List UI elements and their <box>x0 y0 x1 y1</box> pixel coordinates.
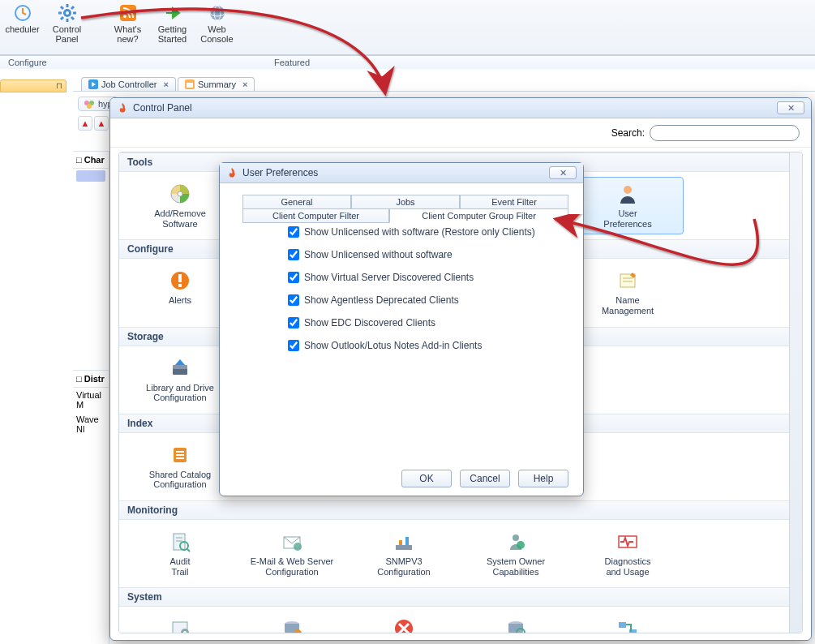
checkbox-input[interactable] <box>288 294 299 306</box>
tool-e-mail-web-server-configuration[interactable]: E-Mail & Web ServerConfiguration <box>236 525 348 582</box>
svg-rect-37 <box>176 454 184 456</box>
ribbon-getting-started[interactable]: GettingStarted <box>150 0 195 54</box>
checkbox-option-1[interactable]: Show Unlicensed without software <box>288 249 575 260</box>
alert-icon <box>168 269 192 292</box>
disc-icon <box>168 182 192 205</box>
checkbox-option-3[interactable]: Show Agentless Deprecated Clients <box>288 294 575 306</box>
tool-label: SNMPV3Configuration <box>377 556 430 577</box>
checkbox-option-0[interactable]: Show Unlicensed with software (Restore o… <box>288 226 575 238</box>
toolbar-pdf2-icon[interactable]: ▲ <box>94 116 109 131</box>
checkbox-label: Show Unlicensed with software (Restore o… <box>304 226 535 238</box>
tool-dr-backup-settings[interactable]: DR BackupSettings <box>236 612 348 633</box>
diag-icon <box>616 530 640 553</box>
tool-label: NameManagement <box>602 295 654 316</box>
left-panel: ⊓ <box>0 70 73 644</box>
checkbox-label: Show EDC Discovered Clients <box>304 317 435 328</box>
mail-icon <box>280 530 304 553</box>
svg-point-49 <box>513 535 519 541</box>
checkbox-option-5[interactable]: Show Outlook/Lotus Notes Add-in Clients <box>288 340 575 351</box>
toolbar-pdf-icon[interactable]: ▲ <box>78 116 92 131</box>
user-icon <box>616 182 640 205</box>
user-preferences-titlebar[interactable]: User Preferences ✕ <box>220 163 583 183</box>
help-button[interactable]: Help <box>518 470 568 487</box>
tab-close-icon[interactable]: × <box>242 79 247 89</box>
rss-icon <box>118 3 138 23</box>
side-collapsed-tab[interactable]: ⊓ <box>0 79 66 92</box>
svg-rect-33 <box>173 368 187 375</box>
tool-audit-trail[interactable]: AuditTrail <box>124 525 236 582</box>
tool-diagnostics-and-usage[interactable]: Diagnosticsand Usage <box>572 525 684 582</box>
globe-icon <box>208 3 227 23</box>
scrollbar[interactable] <box>789 152 802 633</box>
doc-tab-bar: Job Controller× Summary× <box>73 74 815 92</box>
checkbox-label: Show Agentless Deprecated Clients <box>304 294 459 306</box>
note-icon <box>616 269 640 292</box>
checkbox-input[interactable] <box>288 226 299 238</box>
svg-rect-46 <box>396 545 412 550</box>
tool-label: Shared CatalogConfiguration <box>149 470 211 490</box>
checkbox-input[interactable] <box>288 317 299 328</box>
ok-button[interactable]: OK <box>401 470 452 487</box>
control-panel-titlebar[interactable]: Control Panel ✕ <box>110 98 811 118</box>
control-panel-close-button[interactable]: ✕ <box>777 101 804 114</box>
user-preferences-body: Show Unlicensed with software (Restore o… <box>228 220 575 460</box>
tab-close-icon[interactable]: × <box>163 79 168 89</box>
svg-point-23 <box>178 191 182 196</box>
user-preferences-dialog: User Preferences ✕ General Jobs Event Fi… <box>219 162 584 496</box>
svg-rect-38 <box>176 457 184 459</box>
control-panel-title: Control Panel <box>133 102 192 114</box>
audit-icon <box>168 530 192 553</box>
tab-general[interactable]: General <box>242 195 351 208</box>
checkbox-label: Show Virtual Server Discovered Clients <box>304 272 474 283</box>
left-strip: □ Char □ Distr Virtual M Wave Nl <box>73 151 109 644</box>
checkbox-option-4[interactable]: Show EDC Discovered Clients <box>288 317 575 328</box>
svg-line-7 <box>71 17 74 19</box>
tool-snmpv3-configuration[interactable]: SNMPV3Configuration <box>348 525 460 582</box>
svg-rect-36 <box>176 451 184 453</box>
ribbon-label: Control <box>53 24 81 34</box>
checkbox-label: Show Unlicensed without software <box>304 249 453 260</box>
group-distr[interactable]: □ Distr <box>73 370 109 388</box>
svg-point-10 <box>66 11 69 15</box>
tool-user-preferences[interactable]: UserPreferences <box>572 177 684 234</box>
checkbox-option-2[interactable]: Show Virtual Server Discovered Clients <box>288 272 575 283</box>
cell-virtual[interactable]: Virtual M <box>73 388 109 412</box>
svg-rect-48 <box>405 537 409 545</box>
group-char[interactable]: □ Char <box>73 151 109 169</box>
tab-summary[interactable]: Summary× <box>178 77 255 91</box>
checkbox-input[interactable] <box>288 272 299 283</box>
svg-point-57 <box>395 620 413 633</box>
blue-bar <box>76 170 105 182</box>
tab-event-filter[interactable]: Event Filter <box>460 195 568 208</box>
tool-name-management[interactable]: NameManagement <box>572 264 684 321</box>
tool-label: Add/RemoveSoftware <box>154 208 206 229</box>
svg-rect-47 <box>399 540 402 545</box>
tool-job-management[interactable]: JobManagement <box>124 612 236 633</box>
ribbon-control-panel[interactable]: ControlPanel <box>45 0 89 54</box>
ribbon-web-console[interactable]: WebConsole <box>195 0 239 54</box>
cell-wave[interactable]: Wave Nl <box>73 412 109 436</box>
tool-troubleshooting-settings[interactable]: TroubleshootingSettings <box>348 612 460 633</box>
tab-job-controller[interactable]: Job Controller× <box>81 77 176 91</box>
user-preferences-close-button[interactable]: ✕ <box>549 166 577 179</box>
ribbon-label: cheduler <box>5 24 39 34</box>
tool-data-interface-pairs[interactable]: Data InterfacePairs <box>572 612 684 633</box>
tool-label: AuditTrail <box>169 556 190 577</box>
ribbon-whats-new[interactable]: What'snew? <box>105 0 150 54</box>
checkbox-input[interactable] <box>288 340 299 351</box>
svg-line-6 <box>61 6 63 9</box>
section-body: JobManagementDR BackupSettingsTroublesho… <box>119 607 789 633</box>
tool-system-owner-capabilities[interactable]: System OwnerCapabilities <box>460 525 572 582</box>
dr-icon <box>280 617 304 633</box>
search-input[interactable] <box>650 125 800 141</box>
tool-volume-explorer[interactable]: VolumeExplorer... <box>460 612 572 633</box>
svg-point-24 <box>624 186 632 194</box>
tool-label: System OwnerCapabilities <box>487 556 545 577</box>
control-panel-search-row: Search: <box>110 118 811 148</box>
section-system: System <box>119 587 789 607</box>
ribbon-scheduler[interactable]: cheduler <box>0 0 45 54</box>
tab-jobs[interactable]: Jobs <box>351 195 460 208</box>
checkbox-input[interactable] <box>288 249 299 260</box>
cancel-button[interactable]: Cancel <box>460 470 510 487</box>
user-preferences-buttons: OK Cancel Help <box>401 470 568 487</box>
